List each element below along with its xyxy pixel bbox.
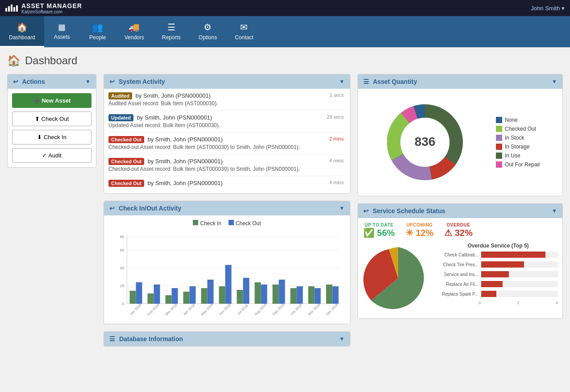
donut-center-text: 836: [414, 135, 435, 149]
svg-rect-27: [273, 285, 279, 304]
activity-time: 4 mins: [329, 158, 344, 163]
overdue-bar: [481, 271, 509, 277]
check-out-button[interactable]: ⬆ Check Out: [12, 111, 92, 126]
overdue-x-axis: 0 2 4: [438, 301, 558, 305]
activity-time: 29 secs: [327, 114, 344, 120]
svg-text:Oct 2018: Oct 2018: [290, 303, 303, 316]
audit-icon: ✓: [42, 152, 47, 159]
activity-chevron: ▼: [339, 78, 345, 85]
check-in-button[interactable]: ⬇ Check In: [12, 130, 92, 144]
nav-item-contact[interactable]: ✉ Contact: [226, 16, 262, 47]
service-schedule-panel: ↩ Service Schedule Status ▼ UP TO DATE ✅…: [358, 203, 563, 319]
legend-color-in-stock: [496, 135, 502, 141]
check-in-icon: ⬇: [37, 134, 42, 140]
stat-uptodate-label: UP TO DATE: [363, 223, 395, 227]
user-menu[interactable]: John Smith ▾: [531, 5, 565, 12]
badge-updated: Updated: [108, 114, 133, 121]
activity-time: 1 secs: [329, 92, 344, 98]
nav-label-dashboard: Dashboard: [9, 34, 35, 41]
overdue-bar-chart: Overdue Service (Top 5) Check Calibrati.…: [438, 243, 558, 314]
reports-icon: ☰: [167, 22, 175, 33]
nav-label-options: Options: [199, 34, 217, 41]
badge-checked-out: Checked Out: [108, 180, 144, 187]
legend-color-checked-out: [496, 126, 502, 132]
svg-rect-22: [225, 265, 232, 304]
asset-quantity-body: 836 None Checked Out: [358, 89, 562, 196]
svg-text:Apr 2018: Apr 2018: [183, 303, 196, 316]
svg-text:80: 80: [120, 235, 124, 239]
svg-rect-13: [148, 293, 154, 304]
activity-desc: Checked-out Asset record: Bulk Item (AST…: [108, 166, 326, 172]
asset-quantity-icon: ☰: [363, 78, 369, 85]
overdue-label: Replace Air Fil...: [438, 282, 478, 287]
activity-desc: Updated Asset record: Bulk Item (AST0000…: [108, 122, 323, 128]
user-dropdown-icon: ▾: [562, 5, 565, 12]
activity-author: by Smith, John (PSN000001): [136, 92, 211, 99]
svg-rect-12: [136, 282, 142, 304]
svg-rect-31: [308, 286, 315, 304]
legend-color-in-storage: [496, 144, 502, 150]
audit-button[interactable]: ✓ Audit: [12, 148, 92, 163]
svg-rect-28: [279, 280, 285, 304]
legend-label-in-stock: In Stock: [505, 135, 524, 141]
nav-label-contact: Contact: [235, 34, 253, 41]
nav-item-people[interactable]: 👥 People: [80, 16, 116, 47]
activity-item: Audited by Smith, John (PSN000001) Audit…: [108, 89, 344, 111]
nav-item-dashboard[interactable]: 🏠 Dashboard: [0, 16, 44, 47]
system-activity-panel: ↩ System Activity ▼ Audited by Smith, Jo…: [104, 74, 350, 194]
svg-rect-29: [291, 288, 297, 304]
x-label-2: 2: [517, 301, 519, 305]
system-activity-header: ↩ System Activity ▼: [104, 74, 350, 89]
activity-scroll-area[interactable]: Audited by Smith, John (PSN000001) Audit…: [108, 89, 345, 190]
overdue-title: Overdue Service (Top 5): [438, 243, 558, 249]
overdue-bar-wrap: [481, 261, 558, 268]
svg-text:60: 60: [120, 248, 124, 252]
legend-color-out-for-repair: [496, 161, 502, 168]
uptodate-icon: ✅: [363, 228, 374, 238]
svg-rect-18: [190, 286, 196, 304]
svg-text:Jan 2018: Jan 2018: [129, 303, 142, 316]
nav-item-assets[interactable]: ▦ Assets: [44, 16, 80, 47]
overdue-bar: [481, 281, 503, 287]
asset-quantity-panel: ☰ Asset Quantity ▼: [358, 74, 563, 196]
overdue-label: Replace Spark P...: [438, 292, 478, 297]
new-asset-icon: ➕: [33, 97, 40, 104]
asset-quantity-header: ☰ Asset Quantity ▼: [358, 74, 562, 89]
checkinout-icon: ↩: [109, 205, 115, 212]
svg-rect-14: [154, 285, 160, 304]
activity-desc: Audited Asset record: Bulk Item (AST0000…: [108, 100, 326, 107]
legend-none: None: [496, 117, 540, 123]
stat-overdue-label: OVERDUE: [444, 223, 473, 227]
badge-checked-out: Checked Out: [108, 136, 144, 143]
checkinout-panel: ↩ Check In/Out Activity ▼ Check In Check…: [104, 201, 350, 324]
svg-rect-23: [237, 290, 243, 304]
main-nav: 🏠 Dashboard ▦ Assets 👥 People 🚚 Vendors …: [0, 16, 570, 47]
svg-text:Feb 2018: Feb 2018: [147, 303, 161, 317]
overdue-item: Check Calibrati...: [438, 252, 558, 258]
actions-panel: ↩ Actions ▼ ➕ New Asset ⬆ Check Out: [7, 74, 96, 168]
overdue-bar-wrap: [481, 291, 558, 297]
actions-header: ↩ Actions ▼: [8, 74, 96, 89]
activity-item: Updated by Smith, John (PSN000001) Updat…: [108, 111, 344, 132]
svg-text:0: 0: [122, 301, 124, 306]
overdue-bar: [481, 252, 545, 258]
database-title: ☰ Database Information: [109, 335, 183, 342]
checkinout-title: ↩ Check In/Out Activity: [109, 205, 181, 212]
svg-text:Sep 2018: Sep 2018: [271, 303, 285, 317]
service-chevron: ▼: [552, 208, 557, 214]
stat-overdue-value: ⚠ 32%: [444, 227, 473, 238]
checkinout-header: ↩ Check In/Out Activity ▼: [104, 201, 350, 215]
badge-audited: Audited: [108, 92, 132, 99]
service-schedule-title: ↩ Service Schedule Status: [363, 207, 445, 215]
legend-label-in-storage: In Storage: [505, 144, 529, 150]
nav-item-vendors[interactable]: 🚚 Vendors: [116, 16, 153, 47]
legend-label-out-for-repair: Out For Repair: [505, 161, 540, 168]
svg-text:20: 20: [120, 284, 124, 288]
asset-quantity-title: ☰ Asset Quantity: [363, 78, 417, 85]
nav-item-reports[interactable]: ☰ Reports: [153, 16, 190, 47]
overdue-bar: [481, 291, 496, 297]
mid-column: ↩ System Activity ▼ Audited by Smith, Jo…: [104, 74, 350, 347]
nav-item-options[interactable]: ⚙ Options: [190, 16, 226, 47]
nav-label-assets: Assets: [54, 34, 70, 40]
new-asset-button[interactable]: ➕ New Asset: [12, 93, 92, 108]
